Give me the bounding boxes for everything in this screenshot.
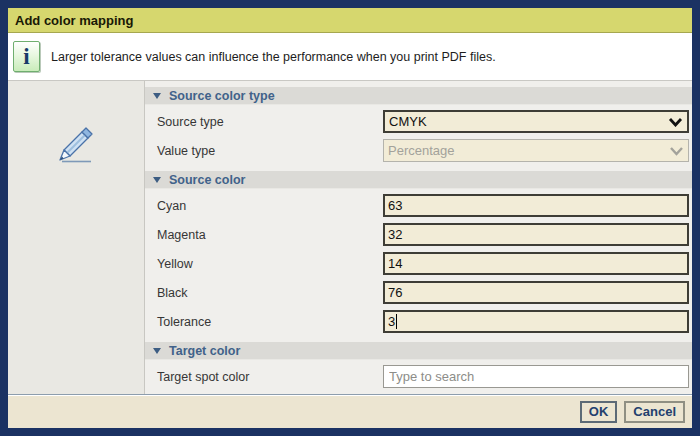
source-type-row: Source type CMYK: [145, 110, 692, 133]
chevron-down-icon: [669, 146, 684, 156]
cyan-row: Cyan: [145, 194, 692, 217]
value-type-value: Percentage: [388, 143, 669, 158]
section-title-target-color: Target color: [169, 344, 240, 358]
value-type-row: Value type Percentage: [145, 139, 692, 162]
yellow-row: Yellow: [145, 252, 692, 275]
value-type-label: Value type: [157, 144, 383, 158]
section-title-source-color: Source color: [169, 173, 245, 187]
cyan-input[interactable]: [383, 194, 689, 217]
value-type-select: Percentage: [383, 139, 689, 162]
info-icon: i: [13, 41, 40, 72]
collapse-arrow-icon: [153, 93, 161, 99]
target-spot-color-input[interactable]: [383, 365, 689, 388]
yellow-label: Yellow: [157, 257, 383, 271]
dialog-sidebar: [8, 81, 145, 394]
dialog-footer: OK Cancel: [8, 394, 692, 428]
magenta-label: Magenta: [157, 228, 383, 242]
cancel-button[interactable]: Cancel: [624, 401, 685, 423]
section-header-target-color[interactable]: Target color: [145, 342, 692, 360]
tolerance-row: Tolerance: [145, 310, 692, 333]
dialog-body: Source color type Source type CMYK Value…: [8, 81, 692, 394]
black-row: Black: [145, 281, 692, 304]
source-type-value: CMYK: [389, 114, 668, 129]
add-color-mapping-dialog: Add color mapping i Larger tolerance val…: [0, 0, 700, 436]
ok-button[interactable]: OK: [580, 401, 618, 423]
magenta-row: Magenta: [145, 223, 692, 246]
dialog-titlebar: Add color mapping: [8, 8, 692, 33]
yellow-input[interactable]: [383, 252, 689, 275]
target-spot-color-row: Target spot color: [145, 365, 692, 388]
text-cursor: [396, 314, 397, 329]
info-message-bar: i Larger tolerance values can influence …: [8, 33, 692, 81]
chevron-down-icon: [668, 117, 683, 127]
pencil-icon: [51, 117, 101, 169]
section-header-source-color[interactable]: Source color: [145, 171, 692, 189]
black-label: Black: [157, 286, 383, 300]
dialog-title: Add color mapping: [15, 13, 133, 28]
tolerance-label: Tolerance: [157, 315, 383, 329]
color-mapping-form: Source color type Source type CMYK Value…: [145, 81, 692, 394]
tolerance-input[interactable]: [383, 310, 689, 333]
source-type-label: Source type: [157, 115, 383, 129]
collapse-arrow-icon: [153, 177, 161, 183]
target-spot-color-label: Target spot color: [157, 370, 383, 384]
black-input[interactable]: [383, 281, 689, 304]
section-title-source-color-type: Source color type: [169, 89, 275, 103]
info-message-text: Larger tolerance values can influence th…: [51, 50, 496, 64]
cyan-label: Cyan: [157, 199, 383, 213]
collapse-arrow-icon: [153, 348, 161, 354]
section-header-source-color-type[interactable]: Source color type: [145, 87, 692, 105]
magenta-input[interactable]: [383, 223, 689, 246]
source-type-select[interactable]: CMYK: [383, 110, 689, 133]
